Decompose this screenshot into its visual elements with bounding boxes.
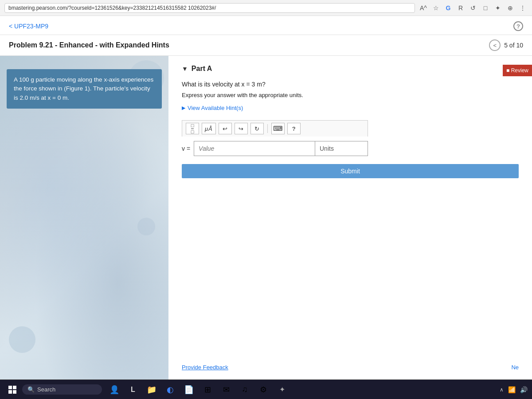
- taskbar-app-person[interactable]: 👤: [106, 382, 123, 398]
- browser-icons: A^ ☆ G R ↺ □ ✦ ⊕ ⋮: [419, 3, 528, 13]
- toolbar-undo-button[interactable]: ↩: [219, 123, 232, 134]
- units-label: Units: [320, 145, 334, 152]
- problem-title-bar: Problem 9.21 - Enhanced - with Expanded …: [0, 35, 532, 56]
- part-collapse-arrow[interactable]: ▼: [182, 65, 188, 72]
- taskbar-app-settings[interactable]: ⚙: [254, 382, 272, 398]
- part-header: ▼ Part A: [182, 65, 519, 73]
- taskbar-search-text: Search: [37, 386, 55, 393]
- toolbar-redo-button[interactable]: ↪: [235, 123, 248, 134]
- browser-icon-menu[interactable]: ⋮: [518, 3, 528, 13]
- submit-button[interactable]: Submit: [182, 164, 519, 178]
- review-tab[interactable]: ■ Review: [503, 65, 532, 76]
- nav-prev-button[interactable]: <: [489, 39, 501, 51]
- taskbar-sys-icons: ∧ 📶 🔊: [500, 386, 528, 393]
- volume-icon: 🔊: [520, 386, 528, 393]
- browser-icon-refresh[interactable]: ↺: [468, 3, 478, 13]
- part-label: Part A: [192, 65, 212, 73]
- win-icon-cell-4: [13, 390, 16, 394]
- taskbar-app-star[interactable]: ✦: [273, 382, 291, 398]
- taskbar: 🔍 Search 👤 L 📁 ◐ 📄 ⊞ ✉ ♫ ⚙ ✦ ∧ 📶 🔊: [0, 379, 532, 399]
- back-link[interactable]: < UPF23-MP9: [9, 23, 48, 30]
- next-label[interactable]: Ne: [511, 364, 519, 371]
- taskbar-app-l[interactable]: L: [124, 382, 142, 398]
- toolbar-divider: [267, 124, 268, 133]
- browser-icon-star[interactable]: ☆: [431, 3, 441, 13]
- page-count: 5 of 10: [504, 42, 523, 49]
- toolbar-keyboard-button[interactable]: ⌨: [271, 123, 285, 134]
- taskbar-app-edge[interactable]: ◐: [161, 382, 179, 398]
- url-bar[interactable]: bmastering.pearson.com/?courseld=1236152…: [4, 3, 415, 13]
- bg-shape-2: [9, 326, 35, 353]
- browser-icon-r[interactable]: R: [456, 3, 466, 13]
- units-dropdown[interactable]: Units: [315, 141, 368, 156]
- win-icon-cell-3: [8, 390, 12, 394]
- nav-controls: < 5 of 10: [489, 39, 523, 51]
- taskbar-app-notes[interactable]: 📄: [180, 382, 198, 398]
- wifi-icon: 📶: [508, 386, 516, 393]
- bg-shape-3: [137, 218, 155, 235]
- question-text-line2: Express your answer with the appropriate…: [182, 92, 519, 98]
- browser-icon-star2[interactable]: ✦: [493, 3, 503, 13]
- toolbar-refresh-button[interactable]: ↻: [250, 123, 264, 134]
- problem-title: Problem 9.21 - Enhanced - with Expanded …: [9, 41, 169, 49]
- taskbar-apps: 👤 L 📁 ◐ 📄 ⊞ ✉ ♫ ⚙ ✦: [106, 382, 291, 398]
- hint-arrow-icon: ▶: [182, 105, 185, 111]
- value-input[interactable]: [194, 141, 315, 156]
- header-bar: < UPF23-MP9 ?: [0, 16, 532, 35]
- taskbar-search-icon: 🔍: [27, 386, 35, 393]
- browser-icon-download[interactable]: ⊕: [505, 3, 515, 13]
- windows-icon: [8, 386, 16, 394]
- content-area: ■ Review A 100 g particle moving along t…: [0, 56, 532, 379]
- feedback-link[interactable]: Provide Feedback: [182, 364, 228, 371]
- browser-icon-split[interactable]: □: [481, 3, 490, 13]
- taskbar-app-music[interactable]: ♫: [236, 382, 254, 398]
- main-area: < UPF23-MP9 ? Problem 9.21 - Enhanced - …: [0, 16, 532, 379]
- right-panel: ▼ Part A What is its velocity at x = 3 m…: [168, 56, 532, 379]
- win-icon-cell-2: [13, 386, 16, 389]
- mu-label: μÅ: [205, 125, 213, 132]
- start-button[interactable]: [4, 382, 20, 398]
- hint-text: View Available Hint(s): [188, 105, 243, 111]
- win-icon-cell-1: [8, 386, 12, 389]
- toolbar-mu-button[interactable]: μÅ: [202, 123, 216, 134]
- taskbar-right: ∧ 📶 🔊: [500, 386, 528, 393]
- toolbar-fraction-button[interactable]: □ □: [186, 123, 199, 134]
- math-toolbar: □ □ μÅ ↩ ↪ ↻ ⌨ ?: [182, 120, 368, 137]
- question-text-line1: What is its velocity at x = 3 m?: [182, 80, 519, 89]
- taskbar-app-grid[interactable]: ⊞: [199, 382, 216, 398]
- taskbar-app-file[interactable]: 📁: [143, 382, 160, 398]
- left-panel: A 100 g particle moving along the x-axis…: [0, 56, 168, 379]
- taskbar-search[interactable]: 🔍 Search: [22, 384, 102, 395]
- browser-icon-g[interactable]: G: [443, 3, 453, 13]
- answer-row: v = Units: [182, 141, 368, 156]
- problem-description-text: A 100 g particle moving along the x-axis…: [14, 76, 153, 101]
- v-equals-label: v =: [182, 145, 190, 152]
- taskbar-app-mail[interactable]: ✉: [217, 382, 235, 398]
- toolbar-help-button[interactable]: ?: [287, 123, 301, 134]
- hint-link[interactable]: ▶ View Available Hint(s): [182, 105, 519, 111]
- taskbar-expand-icon[interactable]: ∧: [500, 387, 504, 393]
- problem-description-box: A 100 g particle moving along the x-axis…: [7, 69, 162, 109]
- help-button[interactable]: ?: [513, 21, 523, 31]
- browser-bar: bmastering.pearson.com/?courseld=1236152…: [0, 0, 532, 16]
- browser-icon-a[interactable]: A^: [419, 3, 428, 13]
